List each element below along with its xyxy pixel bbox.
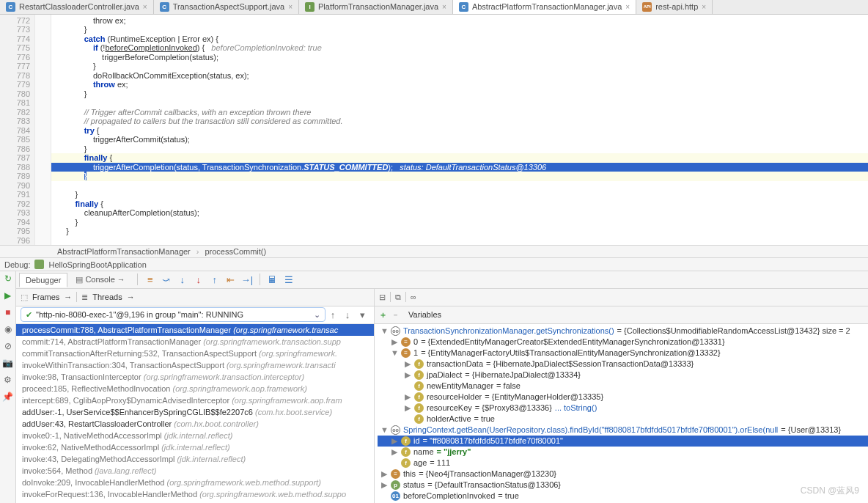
link-icon[interactable]: ∞ bbox=[411, 293, 416, 301]
show-execution-point-icon[interactable]: ≡ bbox=[144, 273, 156, 285]
object-icon: ≡ bbox=[401, 337, 411, 347]
glasses-icon: oo bbox=[391, 326, 400, 336]
field-icon: f bbox=[414, 370, 424, 380]
tab-label: RestartClassloaderController.java bbox=[19, 2, 139, 11]
editor-tab[interactable]: CRestartClassloaderController.java× bbox=[0, 0, 154, 14]
stack-frame[interactable]: invoke:43, DelegatingMethodAccessorImpl … bbox=[16, 453, 374, 465]
run-to-cursor-icon[interactable]: →| bbox=[241, 273, 253, 285]
run-config-name[interactable]: HelloSpringBootApplication bbox=[48, 260, 146, 269]
frames-icon: ⬚ bbox=[21, 293, 28, 302]
breadcrumb-method[interactable]: processCommit() bbox=[205, 247, 266, 256]
stack-frame[interactable]: commitTransactionAfterReturning:532, Tra… bbox=[16, 348, 374, 359]
filter-icon[interactable]: ▾ bbox=[356, 309, 368, 320]
tab-label: PlatformTransactionManager.java bbox=[318, 2, 438, 11]
stack-frame[interactable]: intercept:689, CglibAopProxy$DynamicAdvi… bbox=[16, 394, 374, 406]
editor-tab[interactable]: IPlatformTransactionManager.java× bbox=[299, 0, 453, 14]
file-type-icon: API bbox=[642, 2, 652, 12]
force-step-into-icon[interactable]: ↓ bbox=[193, 273, 205, 285]
step-over-icon[interactable]: ⤻ bbox=[161, 273, 172, 285]
debugger-tab[interactable]: Debugger bbox=[19, 273, 67, 287]
stack-frame[interactable]: addUser:-1, UserService$$EnhancerBySprin… bbox=[16, 406, 374, 418]
next-frame-icon[interactable]: ↓ bbox=[342, 309, 353, 320]
evaluate-expression-icon[interactable]: 🖩 bbox=[267, 273, 279, 285]
debug-header: Debug: HelloSpringBootApplication bbox=[0, 258, 868, 271]
debug-tool-tabs: Debugger ▤ Console → ≡ ⤻ ↓ ↓ ↑ ⇤ →| 🖩 ☰ bbox=[16, 271, 868, 289]
code-editor: 7727737747757767777787797807817827837847… bbox=[0, 15, 868, 246]
mute-breakpoints-icon[interactable]: ⊘ bbox=[3, 341, 13, 351]
drop-frame-icon[interactable]: ⇤ bbox=[225, 273, 237, 285]
stack-frame[interactable]: invokeForRequest:136, InvocableHandlerMe… bbox=[16, 488, 374, 500]
file-type-icon: C bbox=[160, 2, 169, 12]
field-icon: f bbox=[414, 414, 424, 424]
stack-frame[interactable]: invokeWithinTransaction:304, Transaction… bbox=[16, 359, 374, 371]
code-area[interactable]: throw ex; } catch (RuntimeException | Er… bbox=[51, 15, 868, 246]
editor-tab[interactable]: CAbstractPlatformTransactionManager.java… bbox=[453, 0, 636, 14]
bug-icon bbox=[34, 260, 44, 269]
thread-selector[interactable]: ✔ "http-nio-8080-exec-1"@9,196 in group … bbox=[21, 307, 326, 322]
chevron-right-icon: › bbox=[196, 247, 199, 256]
threads-label[interactable]: Threads bbox=[92, 293, 122, 301]
breadcrumb-class[interactable]: AbstractPlatformTransactionManager bbox=[57, 247, 191, 256]
console-tab[interactable]: ▤ Console → bbox=[69, 272, 131, 287]
stack-frame[interactable]: invoke:62, NativeMethodAccessorImpl (jdk… bbox=[16, 441, 374, 453]
selected-variable[interactable]: ▶fid = "ff8080817bfdfdd5017bfdfe70f80001… bbox=[378, 436, 868, 447]
frames-pane: ⬚ Frames → ≣ Threads → ✔ "http-nio-8080-… bbox=[16, 289, 375, 503]
tab-label: rest-api.http bbox=[655, 2, 698, 11]
trace-icon[interactable]: ☰ bbox=[283, 273, 295, 285]
close-icon[interactable]: × bbox=[288, 3, 293, 11]
frames-label[interactable]: Frames bbox=[32, 293, 59, 301]
close-icon[interactable]: × bbox=[143, 3, 147, 11]
field-icon: f bbox=[414, 392, 424, 402]
field-icon: f bbox=[414, 381, 424, 391]
camera-icon[interactable]: 📷 bbox=[3, 358, 13, 368]
stack-frame[interactable]: invoke:564, Method (java.lang.reflect) bbox=[16, 465, 374, 477]
variables-tree[interactable]: ▼ooTransactionSynchronizationManager.get… bbox=[375, 324, 868, 503]
stack-frame[interactable]: doInvoke:209, InvocableHandlerMethod (or… bbox=[16, 477, 374, 488]
tab-label: TransactionAspectSupport.java bbox=[173, 2, 284, 11]
stack-frame[interactable]: invoke0:-1, NativeMethodAccessorImpl (jd… bbox=[16, 430, 374, 441]
resume-icon[interactable]: ▶ bbox=[3, 290, 13, 301]
field-icon: f bbox=[401, 436, 411, 446]
frames-list[interactable]: processCommit:788, AbstractPlatformTrans… bbox=[16, 324, 374, 503]
editor-tab[interactable]: APIrest-api.http× bbox=[636, 0, 713, 14]
prev-frame-icon[interactable]: ↑ bbox=[327, 309, 339, 320]
thread-name: "http-nio-8080-exec-1"@9,196 in group "m… bbox=[36, 310, 243, 319]
line-number-gutter: 7727737747757767777787797807817827837847… bbox=[0, 15, 35, 246]
stack-frame[interactable]: proceed:185, ReflectiveMethodInvocation … bbox=[16, 383, 374, 394]
step-out-icon[interactable]: ↑ bbox=[209, 273, 221, 285]
rerun-icon[interactable]: ↻ bbox=[3, 273, 13, 284]
param-icon: p bbox=[391, 480, 400, 490]
stack-icon[interactable]: ⊟ bbox=[379, 293, 386, 302]
add-watch-icon[interactable]: ＋ bbox=[379, 309, 387, 320]
file-type-icon: C bbox=[6, 2, 15, 12]
bool-icon: 01 bbox=[391, 491, 400, 501]
stack-frame[interactable]: addUser:43, RestartClassloaderController… bbox=[16, 418, 374, 430]
close-icon[interactable]: × bbox=[442, 3, 446, 11]
glasses-icon: oo bbox=[391, 425, 400, 435]
field-icon: f bbox=[414, 359, 424, 369]
remove-watch-icon[interactable]: － bbox=[391, 309, 400, 320]
variables-pane: ⊟ ⧉ ∞ ＋ － Variables ▼ooTransactionSynchr… bbox=[375, 289, 868, 503]
object-icon: ≡ bbox=[391, 469, 400, 479]
file-type-icon: C bbox=[459, 2, 468, 12]
stack-frame[interactable]: processCommit:788, AbstractPlatformTrans… bbox=[16, 324, 374, 336]
close-icon[interactable]: × bbox=[702, 3, 706, 11]
dropdown-icon: ⌄ bbox=[314, 310, 320, 320]
editor-tabs: CRestartClassloaderController.java×CTran… bbox=[0, 0, 868, 15]
editor-tab[interactable]: CTransactionAspectSupport.java× bbox=[154, 0, 299, 14]
debug-panel: ↻ ▶ ■ ◉ ⊘ 📷 ⚙ 📌 Debugger ▤ Console → ≡ ⤻… bbox=[0, 271, 868, 503]
settings-icon[interactable]: ⚙ bbox=[3, 375, 13, 385]
variables-label: Variables bbox=[408, 310, 441, 319]
stack-frame[interactable]: invoke:98, TransactionInterceptor (org.s… bbox=[16, 371, 374, 383]
view-breakpoints-icon[interactable]: ◉ bbox=[3, 324, 13, 334]
close-icon[interactable]: × bbox=[625, 3, 630, 11]
step-into-icon[interactable]: ↓ bbox=[177, 273, 188, 285]
stop-icon[interactable]: ■ bbox=[3, 307, 13, 317]
check-icon: ✔ bbox=[26, 310, 32, 320]
pin-icon[interactable]: 📌 bbox=[3, 392, 13, 402]
breadcrumb[interactable]: AbstractPlatformTransactionManager › pro… bbox=[0, 245, 868, 258]
stack-frame[interactable]: commit:714, AbstractPlatformTransactionM… bbox=[16, 336, 374, 348]
field-icon: f bbox=[401, 447, 411, 457]
object-icon: ≡ bbox=[401, 348, 411, 358]
copy-icon[interactable]: ⧉ bbox=[395, 293, 401, 302]
